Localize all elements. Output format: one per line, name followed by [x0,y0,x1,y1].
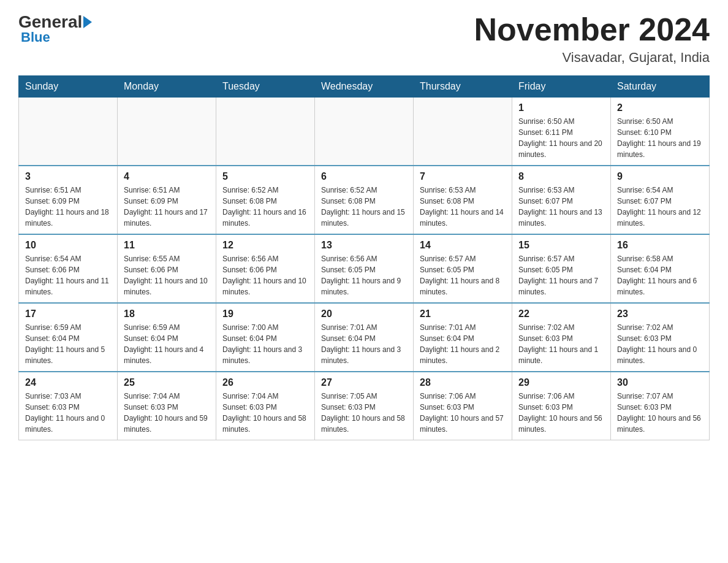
day-info: Sunrise: 7:00 AMSunset: 6:04 PMDaylight:… [222,322,308,366]
day-number: 28 [420,377,506,388]
day-number: 23 [617,308,703,320]
day-number: 4 [124,171,210,182]
day-info: Sunrise: 6:53 AMSunset: 6:07 PMDaylight:… [518,185,604,229]
day-info: Sunrise: 7:01 AMSunset: 6:04 PMDaylight:… [321,322,407,366]
day-number: 6 [321,171,407,182]
table-row: 1Sunrise: 6:50 AMSunset: 6:11 PMDaylight… [512,98,611,166]
calendar-table: Sunday Monday Tuesday Wednesday Thursday… [18,75,710,440]
table-row: 10Sunrise: 6:54 AMSunset: 6:06 PMDayligh… [19,234,118,303]
col-wednesday: Wednesday [315,76,414,98]
table-row: 27Sunrise: 7:05 AMSunset: 6:03 PMDayligh… [315,372,414,440]
day-info: Sunrise: 7:06 AMSunset: 6:03 PMDaylight:… [518,391,604,435]
table-row: 5Sunrise: 6:52 AMSunset: 6:08 PMDaylight… [216,166,315,234]
table-row: 7Sunrise: 6:53 AMSunset: 6:08 PMDaylight… [414,166,512,234]
day-info: Sunrise: 6:57 AMSunset: 6:05 PMDaylight:… [420,253,506,297]
table-row: 22Sunrise: 7:02 AMSunset: 6:03 PMDayligh… [512,303,611,372]
day-number: 1 [518,102,604,113]
table-row [19,98,118,166]
table-row: 8Sunrise: 6:53 AMSunset: 6:07 PMDaylight… [512,166,611,234]
table-row: 12Sunrise: 6:56 AMSunset: 6:06 PMDayligh… [216,234,315,303]
table-row: 29Sunrise: 7:06 AMSunset: 6:03 PMDayligh… [512,372,611,440]
table-row: 15Sunrise: 6:57 AMSunset: 6:05 PMDayligh… [512,234,611,303]
calendar-week-4: 17Sunrise: 6:59 AMSunset: 6:04 PMDayligh… [19,303,710,372]
day-number: 26 [222,377,308,388]
table-row: 16Sunrise: 6:58 AMSunset: 6:04 PMDayligh… [611,234,710,303]
day-info: Sunrise: 6:50 AMSunset: 6:11 PMDaylight:… [518,116,604,160]
day-number: 15 [518,240,604,251]
day-number: 19 [222,308,308,320]
table-row [118,98,216,166]
table-row: 4Sunrise: 6:51 AMSunset: 6:09 PMDaylight… [118,166,216,234]
table-row: 14Sunrise: 6:57 AMSunset: 6:05 PMDayligh… [414,234,512,303]
calendar-week-5: 24Sunrise: 7:03 AMSunset: 6:03 PMDayligh… [19,372,710,440]
day-info: Sunrise: 7:02 AMSunset: 6:03 PMDaylight:… [617,322,703,366]
day-info: Sunrise: 6:53 AMSunset: 6:08 PMDaylight:… [420,185,506,229]
table-row: 2Sunrise: 6:50 AMSunset: 6:10 PMDaylight… [611,98,710,166]
table-row: 23Sunrise: 7:02 AMSunset: 6:03 PMDayligh… [611,303,710,372]
day-number: 12 [222,240,308,251]
day-number: 29 [518,377,604,388]
day-number: 9 [617,171,703,182]
day-info: Sunrise: 6:59 AMSunset: 6:04 PMDaylight:… [124,322,210,366]
day-info: Sunrise: 7:02 AMSunset: 6:03 PMDaylight:… [518,322,604,366]
table-row [315,98,414,166]
table-row: 20Sunrise: 7:01 AMSunset: 6:04 PMDayligh… [315,303,414,372]
table-row: 13Sunrise: 6:56 AMSunset: 6:05 PMDayligh… [315,234,414,303]
table-row: 9Sunrise: 6:54 AMSunset: 6:07 PMDaylight… [611,166,710,234]
logo-blue: Blue [21,29,92,45]
col-tuesday: Tuesday [216,76,315,98]
day-info: Sunrise: 7:04 AMSunset: 6:03 PMDaylight:… [222,391,308,435]
table-row: 18Sunrise: 6:59 AMSunset: 6:04 PMDayligh… [118,303,216,372]
page-header: General Blue November 2024 Visavadar, Gu… [18,12,710,66]
table-row: 21Sunrise: 7:01 AMSunset: 6:04 PMDayligh… [414,303,512,372]
day-number: 5 [222,171,308,182]
month-title: November 2024 [474,12,710,47]
day-number: 20 [321,308,407,320]
calendar-header-row: Sunday Monday Tuesday Wednesday Thursday… [19,76,710,98]
day-number: 13 [321,240,407,251]
day-number: 14 [420,240,506,251]
day-number: 3 [25,171,111,182]
logo: General Blue [18,12,92,45]
calendar-week-1: 1Sunrise: 6:50 AMSunset: 6:11 PMDaylight… [19,98,710,166]
day-info: Sunrise: 6:51 AMSunset: 6:09 PMDaylight:… [124,185,210,229]
day-info: Sunrise: 6:51 AMSunset: 6:09 PMDaylight:… [25,185,111,229]
day-number: 17 [25,308,111,320]
table-row: 25Sunrise: 7:04 AMSunset: 6:03 PMDayligh… [118,372,216,440]
table-row: 3Sunrise: 6:51 AMSunset: 6:09 PMDaylight… [19,166,118,234]
logo-arrow-icon [83,16,92,28]
day-number: 7 [420,171,506,182]
day-number: 24 [25,377,111,388]
day-info: Sunrise: 7:05 AMSunset: 6:03 PMDaylight:… [321,391,407,435]
col-monday: Monday [118,76,216,98]
day-info: Sunrise: 7:06 AMSunset: 6:03 PMDaylight:… [420,391,506,435]
calendar-week-2: 3Sunrise: 6:51 AMSunset: 6:09 PMDaylight… [19,166,710,234]
day-number: 27 [321,377,407,388]
day-info: Sunrise: 6:55 AMSunset: 6:06 PMDaylight:… [124,253,210,297]
table-row [414,98,512,166]
table-row: 11Sunrise: 6:55 AMSunset: 6:06 PMDayligh… [118,234,216,303]
day-number: 11 [124,240,210,251]
day-info: Sunrise: 6:52 AMSunset: 6:08 PMDaylight:… [222,185,308,229]
day-info: Sunrise: 7:07 AMSunset: 6:03 PMDaylight:… [617,391,703,435]
day-info: Sunrise: 6:56 AMSunset: 6:06 PMDaylight:… [222,253,308,297]
table-row: 24Sunrise: 7:03 AMSunset: 6:03 PMDayligh… [19,372,118,440]
table-row: 6Sunrise: 6:52 AMSunset: 6:08 PMDaylight… [315,166,414,234]
table-row: 17Sunrise: 6:59 AMSunset: 6:04 PMDayligh… [19,303,118,372]
day-info: Sunrise: 6:54 AMSunset: 6:07 PMDaylight:… [617,185,703,229]
table-row [216,98,315,166]
calendar-week-3: 10Sunrise: 6:54 AMSunset: 6:06 PMDayligh… [19,234,710,303]
day-info: Sunrise: 6:54 AMSunset: 6:06 PMDaylight:… [25,253,111,297]
day-info: Sunrise: 6:56 AMSunset: 6:05 PMDaylight:… [321,253,407,297]
day-number: 25 [124,377,210,388]
day-info: Sunrise: 7:01 AMSunset: 6:04 PMDaylight:… [420,322,506,366]
day-number: 22 [518,308,604,320]
day-number: 21 [420,308,506,320]
col-thursday: Thursday [414,76,512,98]
title-area: November 2024 Visavadar, Gujarat, India [474,12,710,66]
day-number: 8 [518,171,604,182]
col-saturday: Saturday [611,76,710,98]
day-number: 2 [617,102,703,113]
col-friday: Friday [512,76,611,98]
day-info: Sunrise: 6:58 AMSunset: 6:04 PMDaylight:… [617,253,703,297]
